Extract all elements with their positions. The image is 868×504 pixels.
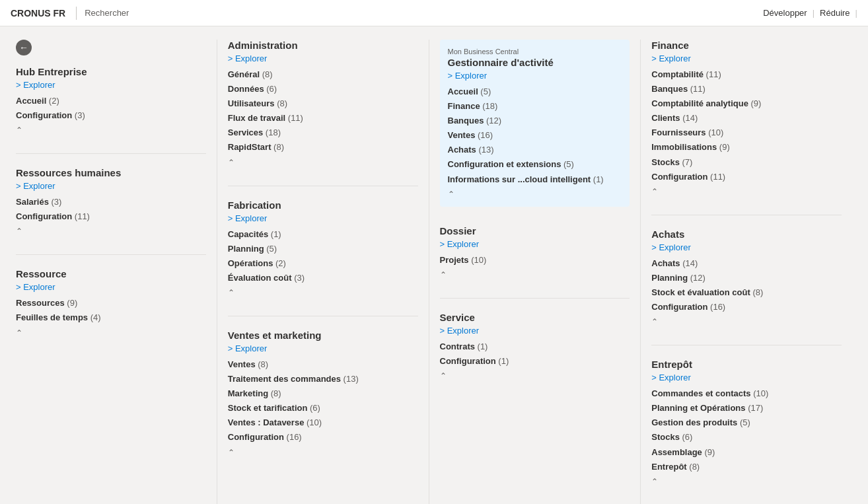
dossier-projets[interactable]: Projets (10) — [440, 253, 630, 268]
administration-title: Administration — [228, 40, 418, 51]
fin-configuration[interactable]: Configuration (11) — [651, 170, 842, 184]
rh-configuration[interactable]: Configuration (11) — [16, 209, 206, 224]
topbar-divider — [76, 7, 77, 20]
fin-immobilisations[interactable]: Immobilisations (9) — [651, 140, 842, 155]
ressource-explorer[interactable]: > Explorer — [16, 282, 55, 292]
ga-banques[interactable]: Banques (12) — [448, 114, 622, 128]
ent-gestion-produits[interactable]: Gestion des produits (5) — [651, 415, 842, 430]
gestionnaire-title: Gestionnaire d'activité — [448, 57, 622, 68]
fin-stocks[interactable]: Stocks (7) — [651, 155, 842, 170]
vm-marketing[interactable]: Marketing (8) — [228, 386, 418, 401]
ach-stock-eval-cout[interactable]: Stock et évaluation coût (8) — [651, 285, 842, 300]
admin-rapidstart[interactable]: RapidStart (8) — [228, 140, 418, 155]
hub-configuration[interactable]: Configuration (3) — [16, 108, 206, 123]
finance-title: Finance — [651, 40, 842, 51]
vm-ventes[interactable]: Ventes (8) — [228, 357, 418, 372]
ga-finance[interactable]: Finance (18) — [448, 99, 622, 114]
sep2: | — [855, 8, 857, 18]
section-entrepot: Entrepôt > Explorer Commandes et contact… — [651, 359, 842, 486]
divider-7 — [651, 345, 842, 345]
entrepot-collapse[interactable]: ⌃ — [651, 477, 658, 486]
admin-collapse[interactable]: ⌃ — [228, 158, 235, 167]
divider-6 — [651, 215, 842, 215]
column-3: Mon Business Central Gestionnaire d'acti… — [429, 40, 641, 504]
ga-achats[interactable]: Achats (13) — [448, 143, 622, 157]
section-dossier: Dossier > Explorer Projets (10) ⌃ — [440, 225, 630, 279]
gestionnaire-explorer[interactable]: > Explorer — [448, 71, 488, 81]
entrepot-explorer[interactable]: > Explorer — [651, 373, 691, 382]
service-contrats[interactable]: Contrats (1) — [440, 340, 630, 354]
reduire-link[interactable]: Réduire — [820, 8, 850, 18]
ga-ventes[interactable]: Ventes (16) — [448, 128, 622, 143]
column-1: ← Hub Entreprise > Explorer Accueil (2) … — [16, 40, 217, 504]
hub-entreprise-explorer[interactable]: > Explorer — [16, 80, 55, 90]
service-collapse[interactable]: ⌃ — [440, 371, 447, 380]
ach-achats[interactable]: Achats (14) — [651, 256, 842, 271]
ressource-feuilles[interactable]: Feuilles de temps (4) — [16, 310, 206, 325]
dossier-explorer[interactable]: > Explorer — [440, 239, 480, 249]
divider-2 — [16, 254, 206, 255]
vm-stock-tarification[interactable]: Stock et tarification (6) — [228, 401, 418, 415]
ressource-title: Ressource — [16, 268, 206, 279]
service-explorer[interactable]: > Explorer — [440, 326, 480, 336]
vm-ventes-dataverse[interactable]: Ventes : Dataverse (10) — [228, 415, 418, 430]
fin-compta-analytique[interactable]: Comptabilité analytique (9) — [651, 96, 842, 111]
hub-accueil[interactable]: Accueil (2) — [16, 94, 206, 108]
ga-accueil[interactable]: Accueil (5) — [448, 85, 622, 99]
ga-collapse[interactable]: ⌃ — [448, 190, 454, 199]
vm-collapse[interactable]: ⌃ — [228, 448, 235, 457]
admin-flux-travail[interactable]: Flux de travail (11) — [228, 111, 418, 126]
fab-capacites[interactable]: Capacités (1) — [228, 227, 418, 242]
ressource-ressources[interactable]: Ressources (9) — [16, 296, 206, 310]
administration-explorer[interactable]: > Explorer — [228, 54, 268, 63]
hub-collapse[interactable]: ⌃ — [16, 126, 22, 135]
admin-services[interactable]: Services (18) — [228, 126, 418, 140]
section-ressource: Ressource > Explorer Ressources (9) Feui… — [16, 268, 206, 337]
ent-planning-operations[interactable]: Planning et Opérations (17) — [651, 401, 842, 415]
ent-entrepot[interactable]: Entrepôt (8) — [651, 460, 842, 474]
dossier-title: Dossier — [440, 225, 630, 236]
admin-utilisateurs[interactable]: Utilisateurs (8) — [228, 96, 418, 111]
fin-banques[interactable]: Banques (11) — [651, 82, 842, 96]
ach-configuration[interactable]: Configuration (16) — [651, 300, 842, 314]
finance-collapse[interactable]: ⌃ — [651, 187, 658, 196]
ressources-humaines-explorer[interactable]: > Explorer — [16, 181, 55, 191]
rh-collapse[interactable]: ⌃ — [16, 227, 22, 236]
achats-collapse[interactable]: ⌃ — [651, 317, 658, 326]
fin-clients[interactable]: Clients (14) — [651, 111, 842, 126]
ventes-marketing-explorer[interactable]: > Explorer — [228, 343, 268, 353]
rh-salaries[interactable]: Salariés (3) — [16, 195, 206, 209]
ressources-humaines-title: Ressources humaines — [16, 167, 206, 178]
divider-5 — [440, 298, 630, 299]
fabrication-explorer[interactable]: > Explorer — [228, 213, 268, 223]
sep1: | — [813, 8, 814, 18]
divider-3 — [228, 186, 418, 186]
main-content: ← Hub Entreprise > Explorer Accueil (2) … — [0, 26, 868, 504]
developer-link[interactable]: Développer — [763, 8, 807, 18]
section-fabrication: Fabrication > Explorer Capacités (1) Pla… — [228, 199, 418, 297]
ga-cloud-intelligent[interactable]: Informations sur ...cloud intelligent (1… — [448, 172, 622, 187]
ent-commandes-contacts[interactable]: Commandes et contacts (10) — [651, 386, 842, 401]
ressource-collapse[interactable]: ⌃ — [16, 328, 22, 338]
ach-planning[interactable]: Planning (12) — [651, 271, 842, 285]
dossier-collapse[interactable]: ⌃ — [440, 270, 447, 279]
fab-collapse[interactable]: ⌃ — [228, 288, 235, 297]
ga-config-extensions[interactable]: Configuration et extensions (5) — [448, 157, 622, 172]
service-configuration[interactable]: Configuration (1) — [440, 354, 630, 369]
admin-general[interactable]: Général (8) — [228, 67, 418, 82]
ent-assemblage[interactable]: Assemblage (9) — [651, 445, 842, 460]
vm-configuration[interactable]: Configuration (16) — [228, 430, 418, 445]
fin-comptabilite[interactable]: Comptabilité (11) — [651, 67, 842, 82]
achats-explorer[interactable]: > Explorer — [651, 242, 691, 252]
back-button[interactable]: ← — [16, 40, 32, 55]
admin-donnees[interactable]: Données (6) — [228, 82, 418, 96]
fab-evaluation-cout[interactable]: Évaluation coût (3) — [228, 271, 418, 285]
fab-operations[interactable]: Opérations (2) — [228, 256, 418, 271]
ent-stocks[interactable]: Stocks (6) — [651, 430, 842, 445]
finance-explorer[interactable]: > Explorer — [651, 54, 691, 63]
fab-planning[interactable]: Planning (5) — [228, 242, 418, 256]
fin-fournisseurs[interactable]: Fournisseurs (10) — [651, 126, 842, 140]
search-link[interactable]: Rechercher — [85, 8, 129, 18]
section-service: Service > Explorer Contrats (1) Configur… — [440, 312, 630, 380]
vm-traitement-commandes[interactable]: Traitement des commandes (13) — [228, 372, 418, 386]
